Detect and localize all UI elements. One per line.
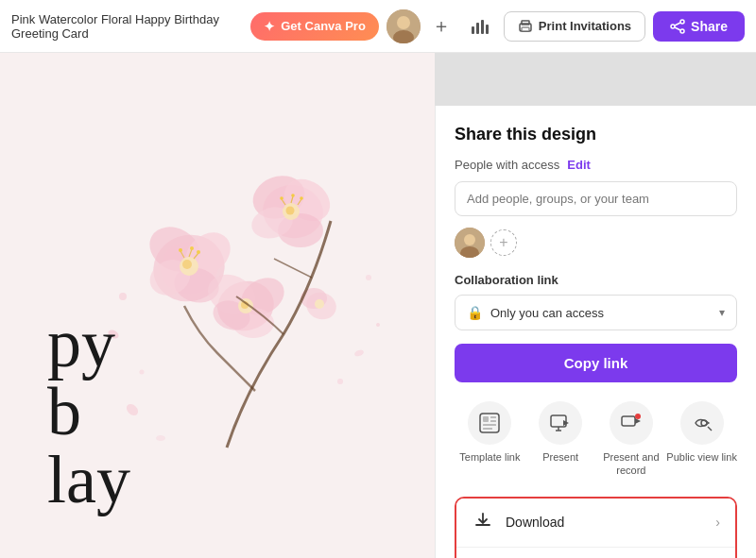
present-record-icon xyxy=(610,401,653,445)
svg-point-58 xyxy=(140,369,145,374)
chevron-down-icon: ▾ xyxy=(719,306,725,319)
svg-point-39 xyxy=(291,194,295,197)
svg-point-12 xyxy=(671,25,675,28)
svg-rect-65 xyxy=(483,416,489,422)
svg-point-40 xyxy=(280,196,284,200)
share-label: Share xyxy=(691,19,728,34)
share-icon xyxy=(670,19,685,34)
svg-point-51 xyxy=(315,299,324,309)
svg-rect-8 xyxy=(522,27,529,31)
add-to-team-button[interactable]: ＋ xyxy=(428,13,455,40)
svg-point-22 xyxy=(182,260,192,269)
analytics-button[interactable] xyxy=(462,9,496,43)
svg-point-10 xyxy=(680,20,684,24)
share-panel-heading: Share this design xyxy=(455,125,737,144)
svg-point-59 xyxy=(376,323,380,327)
svg-point-41 xyxy=(300,196,303,200)
print-invitations-label: Print Invitations xyxy=(539,19,631,33)
svg-point-35 xyxy=(286,206,295,214)
canvas-area: py b lay 🔒 ⊕ ＋ Share this design People … xyxy=(0,53,756,558)
present-record-label: Present and record xyxy=(596,450,667,478)
public-view-label: Public view link xyxy=(666,450,737,464)
svg-rect-3 xyxy=(472,26,474,34)
avatar-row: + xyxy=(455,228,737,258)
text-line1: py xyxy=(47,310,130,378)
template-link-icon xyxy=(468,401,511,445)
share-button[interactable]: Share xyxy=(653,11,745,42)
svg-rect-74 xyxy=(622,416,635,426)
edit-access-link[interactable]: Edit xyxy=(567,158,591,172)
svg-rect-6 xyxy=(486,25,489,34)
document-title: Pink Watercolor Floral Happy Birthday Gr… xyxy=(11,12,243,41)
present-label: Present xyxy=(542,450,578,464)
svg-point-60 xyxy=(156,435,165,441)
svg-rect-66 xyxy=(490,416,496,418)
svg-line-13 xyxy=(675,23,680,25)
download-icon xyxy=(472,512,494,533)
svg-point-1 xyxy=(397,16,410,29)
public-view-option[interactable]: Public view link xyxy=(666,401,737,478)
svg-rect-9 xyxy=(522,21,529,25)
svg-rect-68 xyxy=(483,424,496,426)
svg-point-53 xyxy=(353,348,364,357)
card-visual: py b lay xyxy=(38,70,397,542)
download-options-list: Download › Share on social › xyxy=(455,497,737,558)
svg-point-56 xyxy=(119,293,127,300)
user-avatar xyxy=(455,228,485,258)
only-you-label: Only you can access xyxy=(490,306,604,320)
avatar[interactable] xyxy=(387,9,421,43)
people-access-label: People with access xyxy=(455,158,559,172)
text-line3: lay xyxy=(47,446,130,514)
present-option[interactable]: Present xyxy=(525,401,596,478)
text-line2: b xyxy=(47,378,130,446)
add-people-input[interactable] xyxy=(455,181,737,216)
copy-link-button[interactable]: Copy link xyxy=(455,344,737,382)
lock-icon: 🔒 xyxy=(467,305,483,320)
svg-point-76 xyxy=(635,414,641,419)
canva-pro-button[interactable]: ✦ Get Canva Pro xyxy=(250,12,379,41)
svg-point-62 xyxy=(464,234,475,245)
template-link-option[interactable]: Template link xyxy=(455,401,525,478)
svg-point-55 xyxy=(337,379,343,384)
present-record-option[interactable]: Present and record xyxy=(596,401,667,478)
download-label: Download xyxy=(506,515,704,530)
download-item[interactable]: Download › xyxy=(456,499,735,548)
svg-point-11 xyxy=(680,29,684,33)
svg-rect-5 xyxy=(481,20,484,34)
svg-point-27 xyxy=(179,248,182,252)
add-person-button[interactable]: + xyxy=(490,229,517,256)
topbar: Pink Watercolor Floral Happy Birthday Gr… xyxy=(0,0,756,53)
svg-line-14 xyxy=(675,27,680,30)
card-greeting-text: py b lay xyxy=(47,310,130,514)
canvas-content: py b lay xyxy=(0,53,435,558)
svg-rect-67 xyxy=(490,420,496,422)
svg-point-26 xyxy=(190,246,194,250)
crown-icon: ✦ xyxy=(264,19,275,34)
share-panel: Share this design People with access Edi… xyxy=(435,106,756,558)
svg-point-57 xyxy=(366,275,371,280)
svg-line-78 xyxy=(708,427,712,431)
download-chevron-icon: › xyxy=(715,515,720,530)
svg-rect-69 xyxy=(483,428,492,430)
present-icon xyxy=(539,401,582,445)
printer-icon xyxy=(518,19,533,34)
share-social-item[interactable]: Share on social › xyxy=(456,548,735,558)
svg-rect-4 xyxy=(476,23,479,34)
template-link-label: Template link xyxy=(459,450,520,464)
public-view-icon xyxy=(680,401,724,445)
canva-pro-label: Get Canva Pro xyxy=(281,19,366,33)
print-invitations-button[interactable]: Print Invitations xyxy=(504,11,645,42)
people-access-row: People with access Edit xyxy=(455,158,737,172)
collab-link-label: Collaboration link xyxy=(455,273,737,287)
svg-point-28 xyxy=(197,250,200,254)
collaboration-dropdown[interactable]: 🔒 Only you can access ▾ xyxy=(455,295,737,330)
share-options-grid: Template link Present xyxy=(455,401,737,478)
